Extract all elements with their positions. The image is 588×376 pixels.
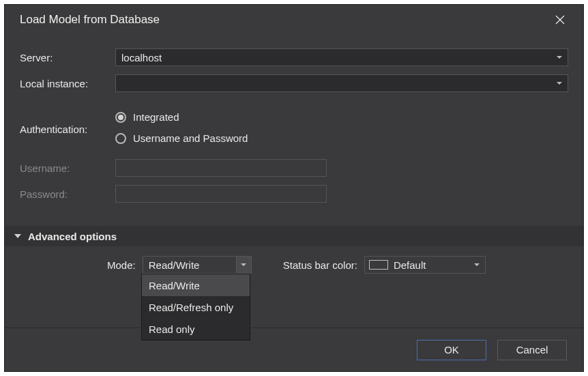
mode-option-read-refresh-only[interactable]: Read/Refresh only bbox=[142, 296, 250, 318]
auth-userpass-radio[interactable]: Username and Password bbox=[115, 132, 248, 144]
authentication-row: Authentication: Integrated Username and … bbox=[20, 110, 568, 145]
chevron-down-icon bbox=[557, 82, 562, 85]
server-combo[interactable]: localhost bbox=[115, 48, 568, 66]
server-row: Server: localhost bbox=[20, 48, 568, 66]
password-input[interactable] bbox=[115, 185, 327, 203]
authentication-label: Authentication: bbox=[20, 110, 115, 135]
close-icon bbox=[555, 15, 565, 25]
advanced-options-label: Advanced options bbox=[28, 231, 117, 242]
status-value: Default bbox=[394, 259, 426, 271]
color-swatch bbox=[369, 260, 388, 270]
local-instance-combo[interactable] bbox=[115, 74, 568, 92]
local-instance-row: Local instance: bbox=[20, 74, 568, 92]
mode-option-read-only[interactable]: Read only bbox=[142, 318, 250, 340]
dialog-footer: OK Cancel bbox=[5, 328, 583, 371]
username-input[interactable] bbox=[115, 159, 327, 177]
close-button[interactable] bbox=[546, 10, 574, 30]
status-bar-color-label: Status bar color: bbox=[283, 259, 357, 271]
local-instance-label: Local instance: bbox=[20, 78, 115, 89]
username-row: Username: bbox=[20, 159, 568, 177]
server-label: Server: bbox=[20, 52, 115, 63]
advanced-row: Mode: Read/Write Status bar color: Defau… bbox=[20, 256, 568, 274]
chevron-down-icon bbox=[557, 56, 562, 59]
titlebar: Load Model from Database bbox=[5, 5, 583, 35]
server-value: localhost bbox=[121, 52, 162, 63]
ok-label: OK bbox=[444, 344, 459, 356]
advanced-options-header[interactable]: Advanced options bbox=[5, 226, 583, 246]
cancel-button[interactable]: Cancel bbox=[497, 340, 567, 360]
load-model-dialog: Load Model from Database Server: localho… bbox=[4, 4, 584, 372]
radio-icon bbox=[115, 133, 126, 144]
auth-userpass-label: Username and Password bbox=[133, 132, 248, 144]
username-label: Username: bbox=[20, 162, 115, 174]
chevron-down-icon bbox=[236, 257, 251, 273]
dialog-title: Load Model from Database bbox=[20, 13, 160, 27]
chevron-down-icon bbox=[474, 263, 480, 266]
mode-value: Read/Write bbox=[149, 259, 200, 271]
cancel-label: Cancel bbox=[516, 344, 548, 356]
status-bar-color-combo[interactable]: Default bbox=[364, 256, 486, 274]
password-label: Password: bbox=[20, 188, 115, 200]
auth-integrated-radio[interactable]: Integrated bbox=[115, 111, 248, 123]
authentication-radio-group: Integrated Username and Password bbox=[115, 110, 248, 145]
mode-dropdown-list: Read/Write Read/Refresh only Read only bbox=[141, 274, 250, 341]
mode-option-read-write[interactable]: Read/Write bbox=[142, 274, 250, 296]
password-row: Password: bbox=[20, 185, 568, 203]
dialog-content: Server: localhost Local instance: Authen… bbox=[5, 35, 583, 328]
mode-label: Mode: bbox=[107, 259, 136, 271]
auth-integrated-label: Integrated bbox=[133, 111, 179, 123]
ok-button[interactable]: OK bbox=[417, 340, 486, 360]
radio-icon bbox=[115, 112, 126, 123]
mode-combo[interactable]: Read/Write bbox=[143, 256, 252, 274]
